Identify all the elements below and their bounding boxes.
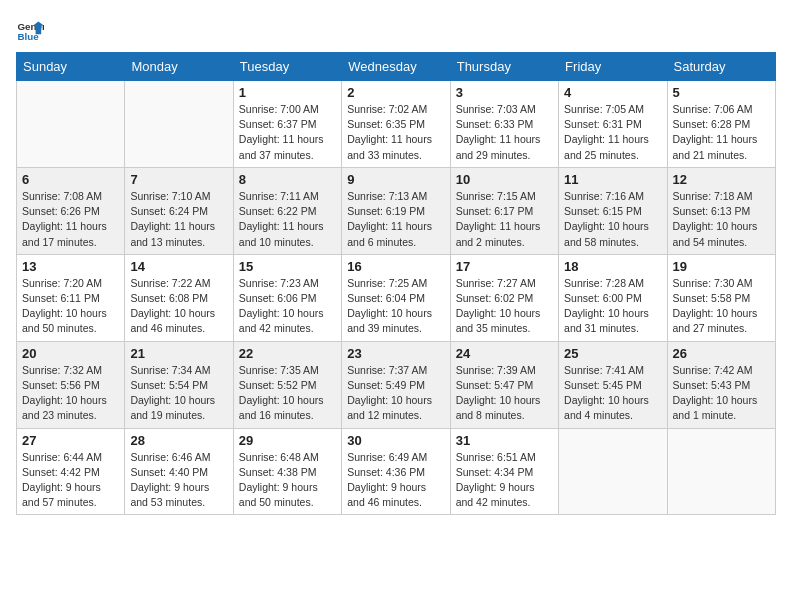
calendar-cell: 22Sunrise: 7:35 AMSunset: 5:52 PMDayligh… <box>233 341 341 428</box>
calendar-week-row: 1Sunrise: 7:00 AMSunset: 6:37 PMDaylight… <box>17 81 776 168</box>
day-number: 4 <box>564 85 661 100</box>
day-info: Sunrise: 7:22 AMSunset: 6:08 PMDaylight:… <box>130 276 227 337</box>
day-info: Sunrise: 7:06 AMSunset: 6:28 PMDaylight:… <box>673 102 770 163</box>
day-info: Sunrise: 7:08 AMSunset: 6:26 PMDaylight:… <box>22 189 119 250</box>
day-number: 31 <box>456 433 553 448</box>
day-info: Sunrise: 7:20 AMSunset: 6:11 PMDaylight:… <box>22 276 119 337</box>
day-info: Sunrise: 7:23 AMSunset: 6:06 PMDaylight:… <box>239 276 336 337</box>
day-info: Sunrise: 7:18 AMSunset: 6:13 PMDaylight:… <box>673 189 770 250</box>
header-day-thursday: Thursday <box>450 53 558 81</box>
day-number: 14 <box>130 259 227 274</box>
day-number: 23 <box>347 346 444 361</box>
calendar-cell: 28Sunrise: 6:46 AMSunset: 4:40 PMDayligh… <box>125 428 233 515</box>
day-number: 17 <box>456 259 553 274</box>
day-number: 28 <box>130 433 227 448</box>
logo-icon: General Blue <box>16 16 44 44</box>
day-info: Sunrise: 6:51 AMSunset: 4:34 PMDaylight:… <box>456 450 553 511</box>
calendar-week-row: 20Sunrise: 7:32 AMSunset: 5:56 PMDayligh… <box>17 341 776 428</box>
calendar-cell: 9Sunrise: 7:13 AMSunset: 6:19 PMDaylight… <box>342 167 450 254</box>
day-info: Sunrise: 6:48 AMSunset: 4:38 PMDaylight:… <box>239 450 336 511</box>
calendar-cell <box>17 81 125 168</box>
day-number: 3 <box>456 85 553 100</box>
day-number: 21 <box>130 346 227 361</box>
day-number: 19 <box>673 259 770 274</box>
day-number: 10 <box>456 172 553 187</box>
calendar-cell: 7Sunrise: 7:10 AMSunset: 6:24 PMDaylight… <box>125 167 233 254</box>
calendar-cell: 23Sunrise: 7:37 AMSunset: 5:49 PMDayligh… <box>342 341 450 428</box>
day-info: Sunrise: 7:41 AMSunset: 5:45 PMDaylight:… <box>564 363 661 424</box>
day-number: 24 <box>456 346 553 361</box>
calendar-cell: 8Sunrise: 7:11 AMSunset: 6:22 PMDaylight… <box>233 167 341 254</box>
day-info: Sunrise: 7:42 AMSunset: 5:43 PMDaylight:… <box>673 363 770 424</box>
calendar-cell: 27Sunrise: 6:44 AMSunset: 4:42 PMDayligh… <box>17 428 125 515</box>
day-number: 22 <box>239 346 336 361</box>
day-info: Sunrise: 6:46 AMSunset: 4:40 PMDaylight:… <box>130 450 227 511</box>
day-number: 1 <box>239 85 336 100</box>
day-number: 26 <box>673 346 770 361</box>
calendar-week-row: 13Sunrise: 7:20 AMSunset: 6:11 PMDayligh… <box>17 254 776 341</box>
calendar-cell: 14Sunrise: 7:22 AMSunset: 6:08 PMDayligh… <box>125 254 233 341</box>
header-day-monday: Monday <box>125 53 233 81</box>
calendar-cell: 4Sunrise: 7:05 AMSunset: 6:31 PMDaylight… <box>559 81 667 168</box>
calendar-cell: 5Sunrise: 7:06 AMSunset: 6:28 PMDaylight… <box>667 81 775 168</box>
day-number: 27 <box>22 433 119 448</box>
calendar-cell: 29Sunrise: 6:48 AMSunset: 4:38 PMDayligh… <box>233 428 341 515</box>
day-number: 25 <box>564 346 661 361</box>
day-number: 6 <box>22 172 119 187</box>
calendar-cell: 20Sunrise: 7:32 AMSunset: 5:56 PMDayligh… <box>17 341 125 428</box>
day-number: 9 <box>347 172 444 187</box>
day-info: Sunrise: 7:32 AMSunset: 5:56 PMDaylight:… <box>22 363 119 424</box>
page-header: General Blue <box>16 16 776 44</box>
day-info: Sunrise: 7:35 AMSunset: 5:52 PMDaylight:… <box>239 363 336 424</box>
calendar-cell: 12Sunrise: 7:18 AMSunset: 6:13 PMDayligh… <box>667 167 775 254</box>
calendar-cell <box>125 81 233 168</box>
header-day-sunday: Sunday <box>17 53 125 81</box>
day-info: Sunrise: 7:28 AMSunset: 6:00 PMDaylight:… <box>564 276 661 337</box>
day-info: Sunrise: 7:10 AMSunset: 6:24 PMDaylight:… <box>130 189 227 250</box>
day-number: 15 <box>239 259 336 274</box>
calendar-cell: 11Sunrise: 7:16 AMSunset: 6:15 PMDayligh… <box>559 167 667 254</box>
day-number: 12 <box>673 172 770 187</box>
day-info: Sunrise: 7:16 AMSunset: 6:15 PMDaylight:… <box>564 189 661 250</box>
day-info: Sunrise: 7:11 AMSunset: 6:22 PMDaylight:… <box>239 189 336 250</box>
day-number: 2 <box>347 85 444 100</box>
day-number: 8 <box>239 172 336 187</box>
calendar-cell <box>667 428 775 515</box>
calendar-cell: 21Sunrise: 7:34 AMSunset: 5:54 PMDayligh… <box>125 341 233 428</box>
calendar-cell: 26Sunrise: 7:42 AMSunset: 5:43 PMDayligh… <box>667 341 775 428</box>
calendar-cell: 31Sunrise: 6:51 AMSunset: 4:34 PMDayligh… <box>450 428 558 515</box>
calendar-cell: 18Sunrise: 7:28 AMSunset: 6:00 PMDayligh… <box>559 254 667 341</box>
day-number: 16 <box>347 259 444 274</box>
day-number: 13 <box>22 259 119 274</box>
calendar-week-row: 6Sunrise: 7:08 AMSunset: 6:26 PMDaylight… <box>17 167 776 254</box>
calendar-cell: 24Sunrise: 7:39 AMSunset: 5:47 PMDayligh… <box>450 341 558 428</box>
day-info: Sunrise: 7:05 AMSunset: 6:31 PMDaylight:… <box>564 102 661 163</box>
day-info: Sunrise: 7:37 AMSunset: 5:49 PMDaylight:… <box>347 363 444 424</box>
calendar-table: SundayMondayTuesdayWednesdayThursdayFrid… <box>16 52 776 515</box>
day-number: 11 <box>564 172 661 187</box>
calendar-cell: 1Sunrise: 7:00 AMSunset: 6:37 PMDaylight… <box>233 81 341 168</box>
header-day-friday: Friday <box>559 53 667 81</box>
calendar-cell: 6Sunrise: 7:08 AMSunset: 6:26 PMDaylight… <box>17 167 125 254</box>
day-number: 29 <box>239 433 336 448</box>
calendar-cell: 10Sunrise: 7:15 AMSunset: 6:17 PMDayligh… <box>450 167 558 254</box>
day-info: Sunrise: 7:03 AMSunset: 6:33 PMDaylight:… <box>456 102 553 163</box>
calendar-cell: 3Sunrise: 7:03 AMSunset: 6:33 PMDaylight… <box>450 81 558 168</box>
calendar-cell: 2Sunrise: 7:02 AMSunset: 6:35 PMDaylight… <box>342 81 450 168</box>
calendar-cell: 19Sunrise: 7:30 AMSunset: 5:58 PMDayligh… <box>667 254 775 341</box>
calendar-cell: 15Sunrise: 7:23 AMSunset: 6:06 PMDayligh… <box>233 254 341 341</box>
day-info: Sunrise: 7:27 AMSunset: 6:02 PMDaylight:… <box>456 276 553 337</box>
calendar-cell: 16Sunrise: 7:25 AMSunset: 6:04 PMDayligh… <box>342 254 450 341</box>
day-info: Sunrise: 7:02 AMSunset: 6:35 PMDaylight:… <box>347 102 444 163</box>
calendar-cell: 13Sunrise: 7:20 AMSunset: 6:11 PMDayligh… <box>17 254 125 341</box>
day-number: 20 <box>22 346 119 361</box>
header-day-wednesday: Wednesday <box>342 53 450 81</box>
calendar-week-row: 27Sunrise: 6:44 AMSunset: 4:42 PMDayligh… <box>17 428 776 515</box>
calendar-cell <box>559 428 667 515</box>
calendar-cell: 30Sunrise: 6:49 AMSunset: 4:36 PMDayligh… <box>342 428 450 515</box>
day-info: Sunrise: 7:13 AMSunset: 6:19 PMDaylight:… <box>347 189 444 250</box>
day-info: Sunrise: 7:30 AMSunset: 5:58 PMDaylight:… <box>673 276 770 337</box>
day-info: Sunrise: 6:44 AMSunset: 4:42 PMDaylight:… <box>22 450 119 511</box>
header-day-tuesday: Tuesday <box>233 53 341 81</box>
calendar-cell: 17Sunrise: 7:27 AMSunset: 6:02 PMDayligh… <box>450 254 558 341</box>
